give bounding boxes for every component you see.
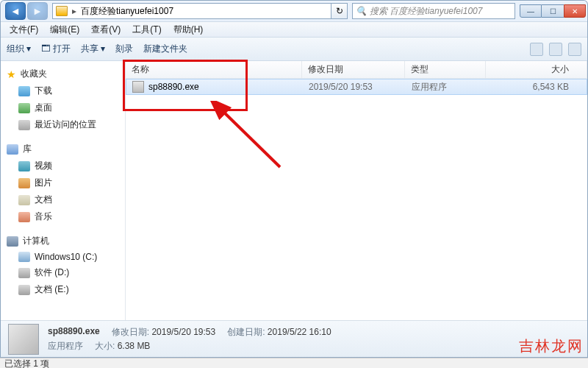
music-icon [18, 212, 30, 222]
sidebar-libraries[interactable]: 库 [4, 141, 122, 158]
sidebar-item-desktop[interactable]: 桌面 [4, 99, 122, 116]
minimize-button[interactable]: — [520, 4, 542, 18]
preview-pane-button[interactable] [549, 43, 562, 56]
download-icon [18, 86, 30, 96]
sidebar-item-drive-c[interactable]: Windows10 (C:) [4, 250, 122, 264]
picture-icon [18, 178, 30, 188]
recent-icon [18, 120, 30, 130]
sidebar-item-drive-e[interactable]: 文档 (E:) [4, 281, 122, 298]
annotation-arrow-icon [207, 101, 295, 174]
column-headers: 名称 修改日期 类型 大小 [126, 61, 587, 79]
search-placeholder: 搜索 百度经验tianyuefei1007 [370, 5, 482, 18]
details-pane: sp88890.exe 修改日期: 2019/5/20 19:53 创建日期: … [1, 320, 587, 357]
sidebar-item-documents[interactable]: 文档 [4, 191, 122, 208]
video-icon [18, 161, 30, 171]
menu-tools[interactable]: 工具(T) [128, 22, 165, 38]
column-name[interactable]: 名称 [126, 61, 302, 78]
sidebar-item-downloads[interactable]: 下载 [4, 82, 122, 99]
menu-help[interactable]: 帮助(H) [169, 22, 208, 38]
content-pane: 名称 修改日期 类型 大小 sp88890.exe 2019/5/20 19:5… [126, 61, 587, 320]
libraries-icon [7, 144, 18, 155]
search-icon: 🔍 [356, 6, 367, 16]
menu-bar: 文件(F) 编辑(E) 查看(V) 工具(T) 帮助(H) [1, 21, 587, 38]
drive-icon [18, 268, 30, 278]
sidebar-item-drive-d[interactable]: 软件 (D:) [4, 264, 122, 281]
file-type: 应用程序 [406, 81, 487, 93]
file-list[interactable]: sp88890.exe 2019/5/20 19:53 应用程序 6,543 K… [126, 79, 587, 320]
nav-back-button[interactable]: ◄ [5, 2, 26, 20]
star-icon: ★ [7, 68, 16, 80]
burn-button[interactable]: 刻录 [115, 43, 133, 55]
file-thumbnail [8, 324, 39, 355]
maximize-button[interactable]: ☐ [542, 4, 564, 18]
navigation-pane: ★收藏夹 下载 桌面 最近访问的位置 库 视频 图片 文档 音乐 计算机 Win… [1, 61, 126, 320]
help-button[interactable] [568, 43, 581, 56]
column-size[interactable]: 大小 [486, 61, 587, 78]
refresh-button[interactable]: ↻ [331, 3, 348, 19]
drive-icon [18, 285, 30, 295]
explorer-window: ◄ ► ▸ 百度经验tianyuefei1007 ↻ 🔍 搜索 百度经验tian… [0, 0, 588, 358]
exe-icon [132, 81, 144, 93]
computer-icon [7, 236, 18, 247]
column-date[interactable]: 修改日期 [302, 61, 405, 78]
drive-icon [18, 252, 30, 262]
sidebar-item-pictures[interactable]: 图片 [4, 174, 122, 191]
file-size: 6,543 KB [487, 82, 587, 92]
column-type[interactable]: 类型 [405, 61, 486, 78]
svg-line-0 [221, 110, 280, 167]
sidebar-favorites[interactable]: ★收藏夹 [4, 66, 122, 82]
view-options-button[interactable] [530, 43, 543, 56]
file-name: sp88890.exe [148, 82, 199, 92]
nav-forward-button[interactable]: ► [27, 2, 48, 20]
share-button[interactable]: 共享 ▾ [81, 43, 105, 55]
file-date: 2019/5/20 19:53 [303, 82, 406, 92]
search-input[interactable]: 🔍 搜索 百度经验tianyuefei1007 [352, 3, 515, 19]
organize-button[interactable]: 组织 ▾ [7, 43, 31, 55]
details-type: 应用程序 [48, 340, 83, 353]
close-button[interactable]: ✕ [564, 4, 586, 18]
sidebar-computer[interactable]: 计算机 [4, 233, 122, 250]
new-folder-button[interactable]: 新建文件夹 [143, 43, 187, 55]
menu-edit[interactable]: 编辑(E) [46, 22, 84, 38]
sidebar-item-videos[interactable]: 视频 [4, 158, 122, 174]
open-button[interactable]: 🗔 打开 [41, 43, 70, 55]
status-bar: 已选择 1 项 [0, 358, 588, 368]
desktop-icon [18, 103, 30, 113]
status-text: 已选择 1 项 [4, 358, 49, 368]
menu-view[interactable]: 查看(V) [87, 22, 125, 38]
address-bar[interactable]: ▸ 百度经验tianyuefei1007 [52, 3, 331, 19]
menu-file[interactable]: 文件(F) [5, 22, 43, 38]
command-bar: 组织 ▾ 🗔 打开 共享 ▾ 刻录 新建文件夹 [1, 38, 587, 61]
sidebar-item-music[interactable]: 音乐 [4, 208, 122, 225]
details-filename: sp88890.exe [48, 326, 100, 336]
sidebar-item-recent[interactable]: 最近访问的位置 [4, 116, 122, 133]
document-icon [18, 195, 30, 205]
file-row[interactable]: sp88890.exe 2019/5/20 19:53 应用程序 6,543 K… [126, 79, 587, 95]
chevron-right-icon: ▸ [72, 6, 76, 16]
titlebar: ◄ ► ▸ 百度经验tianyuefei1007 ↻ 🔍 搜索 百度经验tian… [1, 1, 587, 21]
path-segment: 百度经验tianyuefei1007 [81, 5, 173, 18]
folder-icon [56, 6, 68, 16]
